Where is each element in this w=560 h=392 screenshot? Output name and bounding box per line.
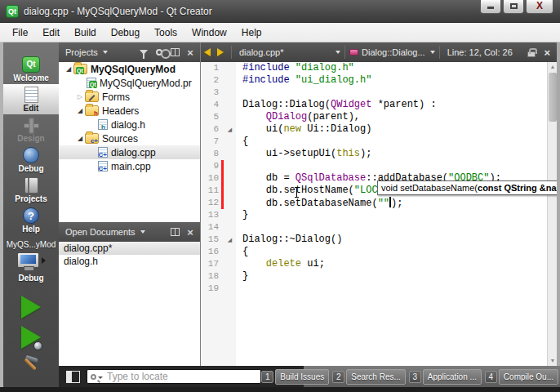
mode-item-debug[interactable]: Debug: [3, 145, 59, 175]
mode-item-projects[interactable]: Projects: [3, 175, 59, 205]
minimize-button[interactable]: [480, 0, 501, 14]
split-button[interactable]: [168, 225, 181, 238]
code-line[interactable]: 13}: [201, 209, 547, 221]
fold-marker-icon[interactable]: ◢: [224, 123, 236, 136]
code-line[interactable]: 18}: [201, 270, 547, 283]
tree-expander-icon[interactable]: ◢: [64, 65, 73, 73]
fold-marker-spacer: [224, 221, 236, 234]
pane-shortcut-badge: 1: [261, 371, 273, 383]
fold-marker-spacer: [224, 270, 236, 283]
run-button[interactable]: [21, 296, 41, 318]
code-line[interactable]: 2#include "ui_dialog.h": [201, 74, 547, 87]
go-forward-button[interactable]: [214, 46, 227, 59]
maximize-button[interactable]: [503, 0, 524, 14]
tree-item-myqsqlquerymod-pr[interactable]: QtMyQSqlQueryMod.pr: [59, 76, 200, 90]
tree-expander-icon[interactable]: ◢: [75, 107, 85, 114]
open-document-dialog-cpp-[interactable]: dialog.cpp*: [59, 242, 200, 255]
target-kit-selector[interactable]: Debug: [3, 252, 59, 283]
output-pane-3: 3Application ...: [409, 369, 482, 385]
menu-item-help[interactable]: Help: [234, 24, 269, 41]
sync-with-editor-button[interactable]: [153, 46, 166, 59]
fold-marker-icon[interactable]: ◢: [224, 234, 236, 246]
code-line[interactable]: 3: [201, 87, 547, 99]
help-icon: ?: [23, 207, 39, 224]
close-panel-button[interactable]: ×: [184, 46, 197, 59]
link-icon: [156, 49, 162, 56]
code-line[interactable]: 12 db.setDatabaseName("");: [201, 197, 547, 209]
debug-run-button[interactable]: [21, 326, 41, 349]
menu-item-window[interactable]: Window: [184, 24, 234, 41]
tree-expander-icon[interactable]: ▷: [75, 93, 85, 100]
tree-item-sources[interactable]: ◢c+Sources: [59, 131, 200, 145]
pane-button-search-res-[interactable]: Search Res...: [346, 369, 406, 385]
tree-item-label: MyQSqlQueryMod: [91, 64, 176, 75]
target-project-label: MyQS...yMod: [3, 240, 59, 249]
split-icon: [171, 48, 180, 56]
open-document-dialog-h[interactable]: dialog.h: [59, 255, 200, 268]
tree-item-main-cpp[interactable]: C+main.cpp: [59, 159, 200, 173]
mode-item-edit[interactable]: Edit: [3, 84, 59, 114]
menu-item-tools[interactable]: Tools: [147, 24, 184, 41]
scrollbar-down-button[interactable]: ▼: [548, 356, 557, 366]
tree-item-myqsqlquerymod[interactable]: ◢QtMyQSqlQueryMod: [59, 62, 200, 76]
code-editor[interactable]: 1#include "dialog.h"2#include "ui_dialog…: [201, 62, 557, 366]
code-line[interactable]: 19: [201, 283, 547, 295]
code-line[interactable]: 15◢Dialog::~Dialog(): [201, 234, 547, 246]
code-line[interactable]: 14: [201, 221, 547, 234]
locator-input[interactable]: [103, 371, 257, 382]
code-text: #include "dialog.h": [236, 62, 354, 74]
close-button[interactable]: X: [526, 0, 553, 14]
open-documents-combo[interactable]: Open Documents: [62, 227, 136, 237]
chevron-down-icon: [336, 51, 340, 54]
tree-item-label: Forms: [102, 91, 130, 103]
mode-item-design: Design: [3, 114, 59, 145]
menu-item-build[interactable]: Build: [67, 24, 104, 41]
scrollbar-up-button[interactable]: ▲: [548, 62, 557, 72]
tree-item-headers[interactable]: ◢hHeaders: [59, 104, 200, 118]
menu-item-file[interactable]: File: [5, 24, 35, 41]
editor-close-button[interactable]: ×: [540, 47, 557, 58]
pane-button-application-[interactable]: Application ...: [423, 369, 482, 385]
tree-item-forms[interactable]: ▷Forms: [59, 90, 200, 104]
tree-item-label: MyQSqlQueryMod.pr: [100, 78, 192, 89]
scrollbar-thumb[interactable]: [549, 73, 557, 122]
code-line[interactable]: 1#include "dialog.h": [201, 62, 547, 74]
pane-button-build-issues[interactable]: Build Issues: [275, 369, 329, 385]
forms-folder-icon: [85, 91, 99, 102]
menu-item-edit[interactable]: Edit: [35, 24, 67, 41]
target-config-label: Debug: [18, 274, 43, 283]
editor-scrollbar[interactable]: ▲ ▼: [547, 62, 557, 366]
code-line[interactable]: 6◢ ui(new Ui::Dialog): [201, 123, 547, 136]
go-back-button[interactable]: [201, 46, 214, 59]
status-bar: 1Build Issues2Search Res...3Application …: [59, 366, 560, 387]
menu-bar: FileEditBuildDebugToolsWindowHelp: [0, 23, 560, 42]
code-line[interactable]: 7{: [201, 136, 547, 148]
close-panel-button[interactable]: ×: [184, 225, 197, 238]
output-pane-4: 4Compile Ou...: [485, 369, 558, 385]
menu-item-debug[interactable]: Debug: [104, 24, 147, 41]
code-line[interactable]: 8 ui->setupUi(this);: [201, 148, 547, 160]
qt-folder-icon: Qt: [73, 64, 87, 74]
split-button[interactable]: [168, 46, 181, 59]
symbol-combo[interactable]: Dialog::Dialog...: [349, 47, 435, 57]
code-line[interactable]: 16{: [201, 246, 547, 258]
side-panel-column: Projects × ◢QtMyQSqlQueryModQtMyQSqlQuer…: [59, 42, 201, 366]
tree-expander-icon[interactable]: ◢: [75, 135, 85, 142]
tree-item-label: dialog.h: [111, 119, 145, 131]
tree-item-dialog-h[interactable]: hdialog.h: [59, 118, 200, 131]
mode-item-help[interactable]: ?Help: [3, 205, 59, 235]
mode-item-welcome[interactable]: QtWelcome: [3, 54, 59, 84]
sidebar-toggle-button[interactable]: [66, 371, 80, 383]
build-button[interactable]: [20, 354, 42, 374]
code-tooltip: void setDatabaseName(const QString &nam: [377, 180, 557, 195]
code-line[interactable]: 9: [201, 160, 547, 172]
code-line[interactable]: 17 delete ui;: [201, 258, 547, 270]
code-line[interactable]: 4Dialog::Dialog(QWidget *parent) :: [201, 99, 547, 111]
output-pane-2: 2Search Res...: [332, 369, 406, 385]
filter-button[interactable]: [137, 46, 150, 59]
projects-panel-combo[interactable]: Projects: [62, 47, 98, 57]
tree-item-dialog-cpp[interactable]: C+dialog.cpp: [59, 145, 200, 159]
code-line[interactable]: 5 QDialog(parent),: [201, 111, 547, 123]
open-file-combo[interactable]: dialog.cpp*: [236, 47, 340, 57]
pane-button-compile-ou-[interactable]: Compile Ou...: [499, 369, 558, 385]
